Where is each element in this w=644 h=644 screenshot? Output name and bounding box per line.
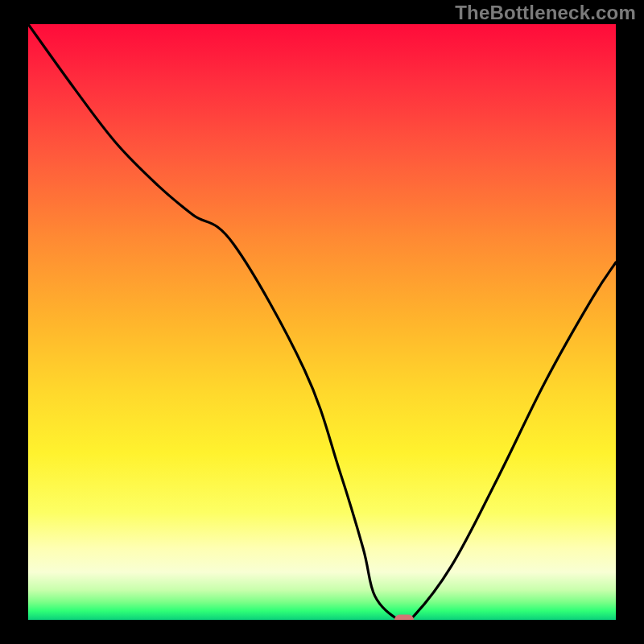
bottleneck-curve	[28, 24, 616, 620]
chart-frame: TheBottleneck.com	[0, 0, 644, 644]
watermark-text: TheBottleneck.com	[455, 2, 636, 24]
plot-area	[28, 24, 616, 620]
bottom-frame-band	[0, 620, 644, 644]
